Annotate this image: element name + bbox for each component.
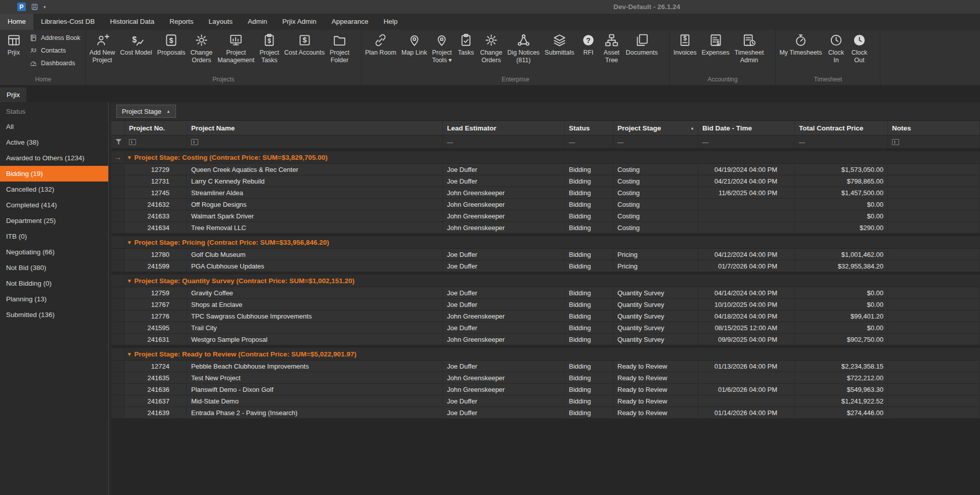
table-row[interactable]: 241634 Tree Removal LLC John Greenskeepe…: [111, 222, 980, 234]
cell-project-no[interactable]: 12767: [125, 299, 187, 310]
cell-project-no[interactable]: 241635: [125, 372, 187, 383]
ribbon-button[interactable]: Documents: [623, 31, 660, 64]
filter-cell[interactable]: [187, 136, 443, 148]
cell-status[interactable]: Bidding: [565, 175, 613, 187]
cell-project-name[interactable]: Tree Removal LLC: [187, 222, 443, 233]
table-row[interactable]: 241632 Off Rogue Designs John Greenskeep…: [111, 199, 980, 210]
cell-status[interactable]: Bidding: [565, 187, 613, 198]
table-row[interactable]: 241595 Trail City Joe Duffer Bidding Qua…: [111, 322, 980, 334]
cell-bid-date[interactable]: 04/18/2024 04:00 PM: [698, 310, 795, 322]
sidebar-item[interactable]: Awarded to Others (1234): [0, 150, 108, 166]
cell-notes[interactable]: [888, 322, 980, 333]
menu-tab[interactable]: Historical Data: [103, 14, 162, 30]
filter-cell[interactable]: [613, 136, 698, 148]
cell-status[interactable]: Bidding: [565, 164, 613, 175]
column-header[interactable]: Bid Date - Time: [698, 121, 795, 135]
menu-tab[interactable]: Layouts: [201, 14, 240, 30]
cell-status[interactable]: Bidding: [565, 384, 613, 395]
table-row[interactable]: 241636 Planswift Demo - Dixon Golf John …: [111, 384, 980, 395]
filter-cell[interactable]: [443, 136, 565, 148]
cell-project-name[interactable]: Mid-State Demo: [187, 395, 443, 407]
ribbon-button[interactable]: ChangeOrders: [188, 31, 215, 64]
cell-notes[interactable]: [888, 334, 980, 345]
cell-total-contract-price[interactable]: $32,955,384.20: [795, 260, 888, 272]
ribbon-button[interactable]: $ Cost Accounts: [282, 31, 327, 64]
cell-status[interactable]: Bidding: [565, 199, 613, 210]
sidebar-item[interactable]: Negotiating (66): [0, 244, 108, 260]
cell-bid-date[interactable]: [698, 372, 795, 383]
cell-bid-date[interactable]: [698, 199, 795, 210]
cell-project-no[interactable]: 12729: [125, 164, 187, 175]
sidebar-item[interactable]: Submitted (136): [0, 307, 108, 323]
ribbon-button[interactable]: Tasks: [454, 31, 477, 64]
menu-tab[interactable]: Admin: [240, 14, 275, 30]
cell-project-name[interactable]: Entrada Phase 2 - Paving (Insearch): [187, 407, 443, 418]
column-header[interactable]: Project Name: [187, 121, 443, 135]
group-by-chip[interactable]: Project Stage: [116, 105, 176, 118]
table-row[interactable]: 241639 Entrada Phase 2 - Paving (Insearc…: [111, 407, 980, 419]
cell-project-no[interactable]: 12776: [125, 310, 187, 322]
cell-total-contract-price[interactable]: $274,446.00: [795, 407, 888, 418]
cell-bid-date[interactable]: 04/19/2024 04:00 PM: [698, 164, 795, 175]
cell-bid-date[interactable]: 01/6/2026 04:00 PM: [698, 384, 795, 395]
cell-bid-date[interactable]: 01/7/2026 04:00 PM: [698, 260, 795, 272]
cell-project-stage[interactable]: Costing: [613, 222, 698, 233]
ribbon-button[interactable]: Dig Notices(811): [505, 31, 542, 64]
column-header[interactable]: [111, 121, 125, 135]
sidebar-item[interactable]: All: [0, 119, 108, 134]
cell-total-contract-price[interactable]: $549,963.30: [795, 384, 888, 395]
cell-notes[interactable]: [888, 287, 980, 298]
table-row[interactable]: 241631 Westgro Sample Proposal John Gree…: [111, 334, 980, 345]
table-row[interactable]: 241633 Walmart Spark Driver John Greensk…: [111, 210, 980, 222]
ribbon-button[interactable]: $ Proposals: [155, 31, 188, 64]
cell-status[interactable]: Bidding: [565, 287, 613, 298]
cell-lead-estimator[interactable]: Joe Duffer: [443, 395, 565, 407]
ribbon-button[interactable]: ClockIn: [824, 31, 848, 64]
cell-project-no[interactable]: 12745: [125, 187, 187, 198]
cell-bid-date[interactable]: [698, 222, 795, 233]
cell-notes[interactable]: [888, 372, 980, 383]
cell-project-name[interactable]: Test New Project: [187, 372, 443, 383]
cell-total-contract-price[interactable]: $1,001,462.00: [795, 249, 888, 260]
ribbon-small-button[interactable]: Address Book: [29, 32, 80, 43]
sidebar-item[interactable]: Cancelled (132): [0, 182, 108, 197]
ribbon-button[interactable]: ProjectManagement: [215, 31, 257, 64]
cell-total-contract-price[interactable]: $902,750.00: [795, 334, 888, 345]
cell-project-stage[interactable]: Pricing: [613, 260, 698, 272]
cell-lead-estimator[interactable]: Joe Duffer: [443, 287, 565, 298]
cell-lead-estimator[interactable]: John Greenskeeper: [443, 222, 565, 233]
cell-notes[interactable]: [888, 384, 980, 395]
cell-project-stage[interactable]: Ready to Review: [613, 407, 698, 418]
cell-project-name[interactable]: Westgro Sample Proposal: [187, 334, 443, 345]
cell-total-contract-price[interactable]: $0.00: [795, 322, 888, 333]
cell-project-stage[interactable]: Costing: [613, 175, 698, 187]
cell-project-stage[interactable]: Quantity Survey: [613, 322, 698, 333]
cell-notes[interactable]: [888, 187, 980, 198]
cell-notes[interactable]: [888, 299, 980, 310]
cell-total-contract-price[interactable]: $722,212.00: [795, 372, 888, 383]
column-header[interactable]: Project No.: [125, 121, 187, 135]
sidebar-item[interactable]: Not Bid (380): [0, 260, 108, 276]
cell-project-no[interactable]: 241632: [125, 199, 187, 210]
cell-total-contract-price[interactable]: $0.00: [795, 287, 888, 298]
cell-project-name[interactable]: Walmart Spark Driver: [187, 210, 443, 221]
collapse-group-icon[interactable]: [128, 278, 131, 284]
cell-bid-date[interactable]: 01/14/2026 04:00 PM: [698, 407, 795, 418]
collapse-group-icon[interactable]: [128, 351, 131, 357]
cell-status[interactable]: Bidding: [565, 334, 613, 345]
ribbon-button[interactable]: $ Cost Model: [118, 31, 155, 64]
cell-lead-estimator[interactable]: Joe Duffer: [443, 407, 565, 418]
sidebar-item[interactable]: ITB (0): [0, 229, 108, 244]
ribbon-button[interactable]: $ Expenses: [699, 31, 732, 64]
cell-project-no[interactable]: 241637: [125, 395, 187, 407]
ribbon-button[interactable]: Submittals: [542, 31, 576, 64]
cell-lead-estimator[interactable]: John Greenskeeper: [443, 372, 565, 383]
cell-status[interactable]: Bidding: [565, 299, 613, 310]
cell-project-name[interactable]: Queen Creek Aquatics & Rec Center: [187, 164, 443, 175]
sidebar-item[interactable]: Bidding (19): [0, 166, 108, 182]
ribbon-button[interactable]: TimesheetAdmin: [732, 31, 766, 64]
ribbon-button[interactable]: ChangeOrders: [477, 31, 505, 64]
ribbon-button[interactable]: ProjectTools ▾: [429, 31, 454, 64]
filter-cell[interactable]: [565, 136, 613, 148]
table-row[interactable]: 12759 Gravity Coffee Joe Duffer Bidding …: [111, 287, 980, 299]
